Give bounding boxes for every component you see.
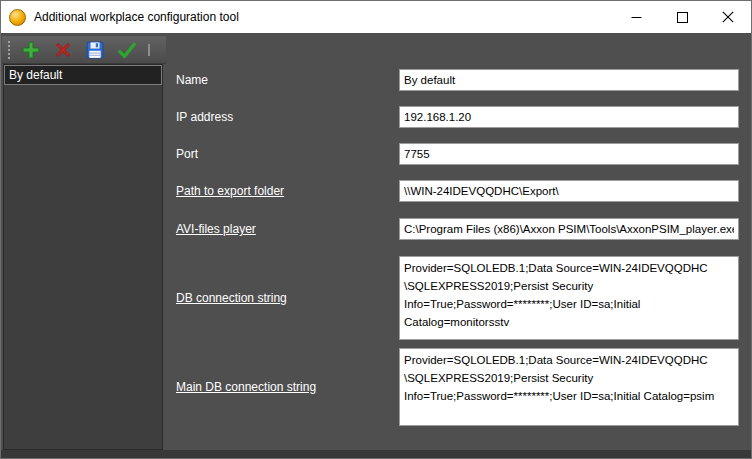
apply-check-icon [117, 40, 137, 60]
app-window: Additional workplace configuration tool [0, 0, 752, 459]
delete-workplace-button[interactable] [50, 37, 75, 62]
add-plus-icon [22, 41, 40, 59]
maximize-icon [677, 12, 688, 23]
db-connection-textarea[interactable]: Provider=SQLOLEDB.1;Data Source=WIN-24ID… [399, 256, 739, 340]
maximize-button[interactable] [659, 1, 705, 33]
toolbar-grip[interactable] [8, 41, 11, 59]
db-connection-label[interactable]: DB connection string [176, 291, 399, 305]
close-button[interactable] [705, 1, 751, 33]
main-db-connection-label[interactable]: Main DB connection string [176, 380, 399, 394]
main-db-connection-row: Main DB connection string Provider=SQLOL… [176, 348, 739, 426]
db-connection-row: DB connection string Provider=SQLOLEDB.1… [176, 256, 739, 340]
window-controls [613, 1, 751, 33]
workplace-list[interactable]: By default [3, 64, 163, 450]
ip-address-row: IP address [176, 106, 739, 128]
export-folder-input[interactable] [399, 180, 739, 202]
avi-player-input[interactable] [399, 218, 739, 240]
workplace-list-item[interactable]: By default [4, 65, 162, 85]
client-area: By default Name IP address Port Path to … [1, 33, 751, 458]
window-title: Additional workplace configuration tool [34, 10, 239, 24]
port-input[interactable] [399, 143, 739, 165]
name-row: Name [176, 69, 739, 91]
close-icon [722, 11, 734, 23]
config-form: Name IP address Port Path to export fold… [176, 69, 739, 441]
name-input[interactable] [399, 69, 739, 91]
titlebar: Additional workplace configuration tool [1, 1, 751, 33]
app-coin-icon [9, 9, 26, 26]
avi-player-label[interactable]: AVI-files player [176, 222, 399, 236]
toolbar-end-grip [148, 44, 151, 56]
save-button[interactable] [82, 37, 107, 62]
ip-address-input[interactable] [399, 106, 739, 128]
minimize-button[interactable] [613, 1, 659, 33]
add-workplace-button[interactable] [18, 37, 43, 62]
export-folder-label[interactable]: Path to export folder [176, 184, 399, 198]
main-db-connection-textarea[interactable]: Provider=SQLOLEDB.1;Data Source=WIN-24ID… [399, 348, 739, 426]
avi-player-row: AVI-files player [176, 218, 739, 240]
port-row: Port [176, 143, 739, 165]
apply-button[interactable] [114, 37, 139, 62]
port-label: Port [176, 147, 399, 161]
export-folder-row: Path to export folder [176, 180, 739, 202]
ip-address-label: IP address [176, 110, 399, 124]
name-label: Name [176, 73, 399, 87]
toolbar [2, 36, 166, 64]
status-strip [1, 450, 751, 458]
minimize-icon [631, 12, 642, 23]
delete-cross-icon [54, 41, 72, 59]
save-floppy-icon [86, 41, 104, 59]
